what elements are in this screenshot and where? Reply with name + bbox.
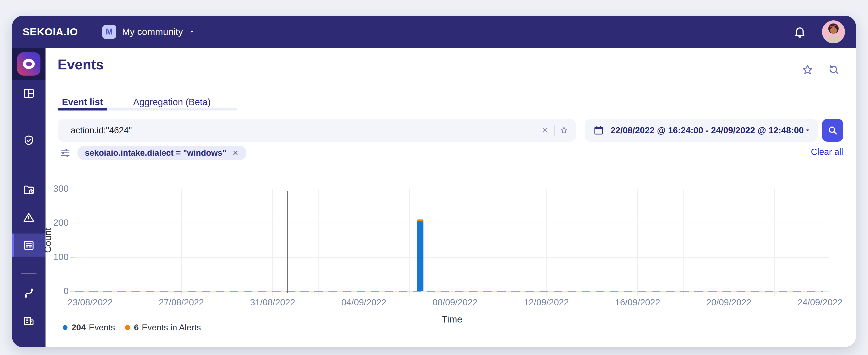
sidebar-item-community[interactable] — [12, 314, 45, 328]
legend-events-dot — [63, 325, 67, 330]
bar-events-segment — [417, 221, 424, 291]
folder-alert-icon — [23, 184, 35, 196]
legend-events-count: 204 — [71, 323, 86, 332]
v-gridline-7 — [409, 189, 410, 296]
h-gridline-200 — [75, 223, 829, 223]
filter-chip[interactable]: sekoiaio.intake.dialect = "windows" — [78, 146, 246, 160]
v-gridline-14 — [728, 189, 729, 296]
brand-logo: SEKOIA.IO — [23, 26, 78, 38]
y-tick-label-200: 200 — [40, 218, 69, 228]
v-gridline-8 — [455, 189, 455, 296]
community-building-icon — [23, 314, 35, 327]
sidebar-divider — [21, 164, 36, 164]
v-gridline-5 — [318, 189, 318, 296]
filter-sliders-icon[interactable] — [59, 147, 71, 159]
x-tick-label-04/09/2022: 04/09/2022 — [329, 297, 399, 308]
favorite-star-icon[interactable] — [801, 63, 814, 76]
app-logo-section[interactable] — [12, 48, 45, 80]
date-range-text: 22/08/2022 @ 16:24:00 - 24/09/2022 @ 12:… — [611, 125, 804, 135]
tab-event-list[interactable]: Event list — [58, 91, 107, 110]
search-history-icon[interactable] — [827, 63, 840, 76]
save-query-star-icon[interactable] — [560, 126, 568, 135]
alert-triangle-icon — [23, 211, 35, 224]
x-tick-label-27/08/2022: 27/08/2022 — [146, 297, 217, 308]
tabs: Event list Aggregation (Beta) — [58, 91, 237, 110]
workspace-avatar[interactable]: M — [102, 25, 116, 39]
sidebar-item-shield[interactable] — [12, 134, 45, 148]
h-gridline-100 — [75, 257, 829, 258]
v-gridline-1 — [136, 189, 136, 296]
notifications-bell-icon[interactable] — [793, 25, 807, 39]
bar-alerts-segment — [417, 220, 424, 221]
chart-legend: 204 Events 6 Events in Alerts — [63, 323, 211, 332]
event-count-bar[interactable] — [417, 220, 424, 291]
v-gridline-13 — [683, 189, 684, 296]
sidebar-divider — [21, 273, 36, 274]
v-gridline-9 — [501, 189, 501, 296]
remove-filter-x-icon[interactable] — [232, 150, 239, 156]
calendar-icon — [593, 125, 604, 136]
app-logo-icon — [17, 52, 40, 75]
workspace-caret-down-icon[interactable] — [188, 28, 196, 36]
y-tick-mark-0 — [70, 291, 75, 292]
dashboard-icon — [23, 87, 35, 100]
sidebar — [12, 48, 45, 347]
x-tick-label-12/09/2022: 12/09/2022 — [511, 297, 582, 308]
search-query-container — [58, 119, 576, 142]
y-tick-mark-100 — [70, 257, 75, 258]
v-gridline-4 — [272, 189, 273, 296]
magnifier-icon — [827, 125, 838, 136]
v-gridline-11 — [592, 189, 592, 296]
logo-ring — [23, 59, 35, 69]
clear-query-x-icon[interactable] — [540, 126, 550, 135]
x-tick-label-08/09/2022: 08/09/2022 — [420, 297, 490, 308]
legend-alerts-count: 6 — [134, 323, 139, 332]
date-caret-down-icon — [804, 126, 812, 134]
v-gridline-3 — [227, 189, 227, 296]
v-gridline-6 — [364, 189, 364, 296]
sidebar-divider — [21, 117, 36, 117]
search-button[interactable] — [822, 119, 843, 142]
x-tick-label-23/08/2022: 23/08/2022 — [55, 297, 125, 308]
tab-aggregation-beta[interactable]: Aggregation (Beta) — [107, 91, 237, 110]
events-list-icon — [12, 238, 45, 252]
search-query-input[interactable] — [70, 125, 540, 135]
shield-check-icon — [23, 134, 35, 147]
x-tick-label-24/09/2022: 24/09/2022 — [785, 297, 855, 308]
v-gridline-2 — [181, 189, 182, 296]
y-tick-label-0: 0 — [40, 286, 69, 296]
v-gridline-12 — [638, 189, 638, 296]
v-gridline-16 — [820, 189, 820, 296]
x-tick-label-31/08/2022: 31/08/2022 — [238, 297, 308, 308]
sidebar-item-dashboard[interactable] — [12, 86, 45, 100]
y-axis-title: Count — [42, 228, 53, 253]
y-tick-mark-300 — [70, 189, 75, 189]
y-tick-label-300: 300 — [40, 184, 69, 194]
chart-cursor-line — [287, 191, 287, 293]
x-axis-title: Time — [442, 314, 462, 325]
input-divider — [554, 125, 555, 136]
main-content: Events Event list Aggregation (Beta) — [45, 48, 856, 347]
y-axis-line — [75, 189, 75, 292]
v-gridline-15 — [774, 189, 775, 296]
y-tick-mark-200 — [70, 223, 75, 223]
topbar-divider — [91, 25, 91, 39]
topbar: SEKOIA.IO M My community — [12, 16, 856, 48]
workspace-name[interactable]: My community — [122, 26, 183, 37]
legend-alerts-label: Events in Alerts — [142, 323, 201, 332]
date-range-picker[interactable]: 22/08/2022 @ 16:24:00 - 24/09/2022 @ 12:… — [585, 119, 818, 142]
zero-dashed-line — [75, 291, 823, 292]
x-tick-label-20/09/2022: 20/09/2022 — [694, 297, 764, 308]
page-title: Events — [58, 57, 104, 73]
filter-chip-text: sekoiaio.intake.dialect = "windows" — [85, 148, 226, 158]
v-gridline-10 — [546, 189, 547, 296]
intake-cable-icon — [23, 287, 35, 300]
x-tick-label-16/09/2022: 16/09/2022 — [602, 297, 673, 308]
user-avatar[interactable] — [822, 21, 845, 43]
app-window: SEKOIA.IO M My community — [12, 16, 856, 347]
legend-alerts-dot — [125, 325, 130, 330]
v-gridline-0 — [90, 189, 90, 296]
plot-area: 010020030023/08/202227/08/202231/08/2022… — [75, 189, 829, 292]
legend-events-label: Events — [89, 323, 115, 332]
clear-all-link[interactable]: Clear all — [811, 147, 843, 157]
